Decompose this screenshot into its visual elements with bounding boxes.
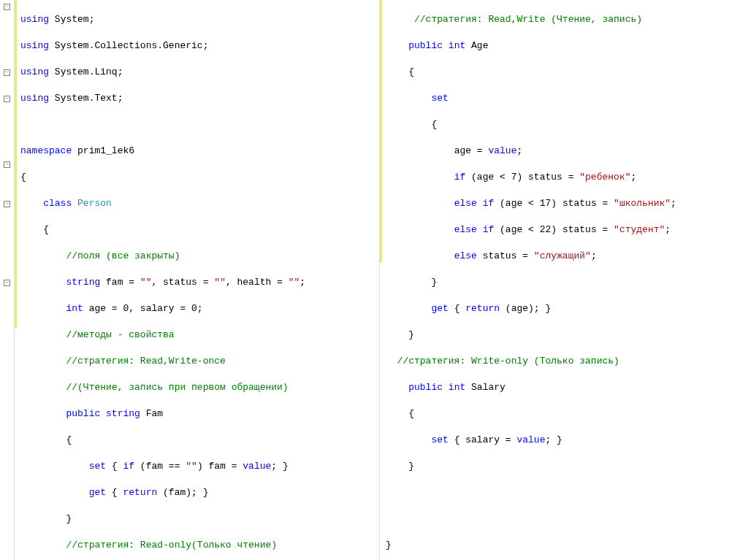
brace: { — [408, 408, 414, 419]
comment: //(Чтение, запись при первом обращении) — [66, 382, 288, 393]
code-text: , status = — [151, 277, 214, 288]
code-text: (age < 7) status = — [465, 172, 579, 183]
code-text: ; — [591, 250, 597, 261]
keyword: set — [431, 434, 448, 445]
keyword: int — [449, 382, 465, 393]
keyword: set — [431, 93, 448, 104]
code-text: ; — [665, 224, 671, 235]
namespace-ref: System.Text — [55, 93, 118, 104]
keyword: return — [465, 303, 500, 314]
string-literal: "" — [289, 277, 300, 288]
comment: //стратегия: Read-only(Только чтение) — [66, 540, 277, 551]
keyword: using — [20, 40, 49, 51]
keyword: get — [89, 487, 106, 498]
code-text: { salary = — [449, 434, 517, 445]
code-text: (age < 17) status = — [494, 198, 614, 209]
keyword: else — [454, 224, 477, 235]
code-text — [49, 14, 55, 25]
comment: //методы - свойства — [66, 329, 174, 340]
change-indicator — [380, 0, 382, 263]
string-literal: "" — [140, 277, 152, 288]
keyword: set — [89, 461, 106, 472]
keyword: int — [66, 303, 83, 314]
keyword: string — [106, 408, 140, 419]
keyword: public — [66, 408, 100, 419]
fold-icon[interactable]: − — [0, 92, 14, 105]
class-name: Person — [77, 198, 112, 209]
property-name: Salary — [471, 382, 505, 393]
fold-icon[interactable]: − — [0, 276, 14, 289]
brace: } — [66, 513, 72, 524]
code-text: (age); } — [500, 303, 551, 314]
comment: //стратегия: Read,Write-once — [66, 356, 225, 367]
keyword: if — [454, 172, 466, 183]
comment: //стратегия: Read,Write (Чтение, запись) — [414, 14, 642, 25]
brace: { — [20, 172, 26, 183]
brace: { — [66, 434, 72, 445]
brace: { — [431, 119, 437, 130]
keyword: return — [123, 487, 157, 498]
brace: { — [43, 224, 49, 235]
brace: } — [431, 277, 437, 288]
string-literal: "студент" — [614, 224, 665, 235]
namespace-ref: System — [55, 14, 89, 25]
string-literal: "" — [186, 461, 197, 472]
brace: } — [408, 461, 414, 472]
left-gutter: − − − − − − — [0, 0, 15, 560]
keyword: else — [454, 250, 477, 261]
left-code-pane: − − − − − − using System; using System.C… — [0, 0, 374, 560]
keyword: public — [408, 382, 443, 393]
keyword: int — [449, 40, 465, 51]
string-literal: "" — [214, 277, 226, 288]
keyword: public — [408, 40, 443, 51]
string-literal: "школьник" — [614, 198, 671, 209]
brace: } — [408, 329, 414, 340]
right-code-area[interactable]: //стратегия: Read,Write (Чтение, запись)… — [380, 0, 748, 560]
fold-icon[interactable]: − — [0, 66, 14, 79]
code-text: ; — [671, 198, 676, 209]
code-text: age = — [454, 145, 489, 156]
left-code-area[interactable]: using System; using System.Collections.G… — [15, 0, 374, 560]
keyword: if — [123, 461, 134, 472]
change-indicator — [15, 0, 17, 329]
keyword: value — [488, 145, 516, 156]
keyword: using — [20, 66, 49, 77]
fold-icon[interactable]: − — [0, 197, 14, 210]
keyword: value — [243, 461, 271, 472]
code-text: age = 0, salary = 0; — [83, 303, 203, 314]
code-text: (age < 22) status = — [494, 224, 614, 235]
code-text: fam = — [100, 277, 140, 288]
code-text: ) fam = — [197, 461, 243, 472]
comment: //поля (все закрыты) — [66, 250, 180, 261]
code-text: (fam); } — [157, 487, 208, 498]
keyword: if — [483, 198, 495, 209]
code-text: status = — [477, 250, 534, 261]
keyword: namespace — [20, 145, 72, 156]
string-literal: "служащий" — [534, 250, 591, 261]
code-text: , health = — [226, 277, 289, 288]
brace: { — [408, 66, 414, 77]
keyword: else — [454, 198, 477, 209]
code-text: ; — [516, 145, 522, 156]
keyword: get — [431, 303, 448, 314]
code-text: ; — [299, 277, 305, 288]
fold-icon[interactable]: − — [0, 158, 14, 171]
right-gutter — [374, 0, 380, 560]
keyword: value — [516, 434, 545, 445]
namespace-ref: System.Collections.Generic — [55, 40, 203, 51]
property-name: Fam — [146, 408, 163, 419]
namespace-name: prim1_lek6 — [77, 145, 134, 156]
keyword: class — [43, 198, 72, 209]
property-name: Age — [471, 40, 488, 51]
keyword: string — [66, 277, 100, 288]
code-text: ; — [630, 172, 636, 183]
keyword: using — [20, 14, 49, 25]
brace: } — [386, 540, 392, 551]
namespace-ref: System.Linq — [55, 66, 118, 77]
keyword: if — [483, 224, 495, 235]
right-code-pane: //стратегия: Read,Write (Чтение, запись)… — [374, 0, 748, 560]
fold-icon[interactable]: − — [0, 0, 14, 13]
string-literal: "ребенок" — [579, 172, 630, 183]
comment: //стратегия: Write-only (Только запись) — [397, 356, 619, 367]
code-text: (fam == — [134, 461, 186, 472]
